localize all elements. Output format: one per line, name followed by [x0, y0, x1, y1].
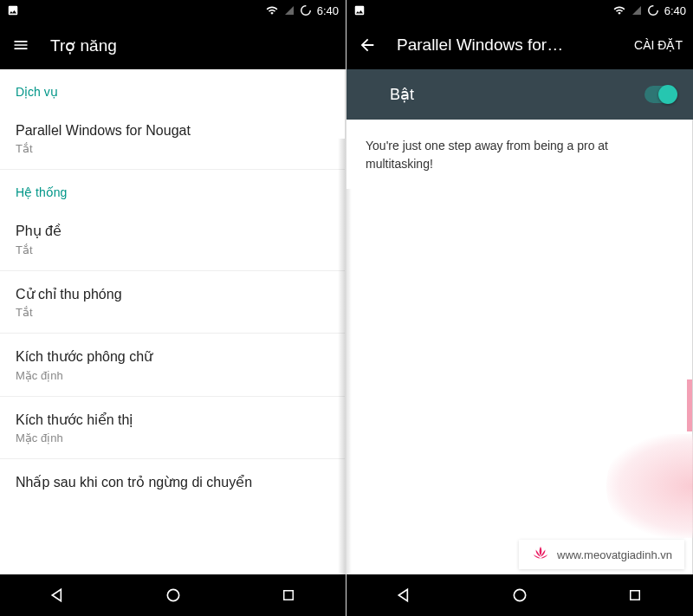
wifi-icon — [612, 4, 626, 16]
nav-back-button[interactable] — [379, 574, 431, 616]
toggle-switch[interactable] — [644, 86, 676, 103]
switch-thumb — [658, 85, 677, 104]
item-title: Phụ đề — [16, 222, 329, 241]
service-description: You're just one step away from being a p… — [346, 120, 692, 191]
nav-bar — [346, 574, 693, 616]
item-display-size[interactable]: Kích thước hiển thị Mặc định — [0, 397, 345, 459]
item-sub: Mặc định — [16, 431, 329, 444]
item-sub: Tắt — [16, 142, 329, 155]
lotus-icon — [531, 545, 550, 564]
item-sub: Tắt — [16, 243, 329, 256]
spinner-icon — [300, 4, 312, 16]
back-button[interactable] — [357, 35, 378, 55]
item-sub: Tắt — [16, 306, 329, 319]
svg-rect-2 — [283, 591, 293, 600]
section-header-services: Dịch vụ — [0, 69, 345, 107]
svg-rect-5 — [631, 591, 640, 600]
settings-action[interactable]: CÀI ĐẶT — [634, 38, 683, 52]
status-bar: 6:40 — [0, 0, 346, 21]
item-parallel-windows[interactable]: Parallel Windows for Nougat Tắt — [0, 107, 345, 170]
app-bar: Trợ năng — [0, 21, 346, 69]
clock-text: 6:40 — [317, 4, 339, 17]
decorative-accent — [687, 379, 692, 431]
menu-button[interactable] — [10, 35, 31, 55]
image-icon — [353, 4, 366, 16]
item-title: Cử chỉ thu phóng — [16, 285, 329, 304]
master-switch-panel[interactable]: Bật — [346, 69, 693, 120]
item-title: Kích thước hiển thị — [16, 411, 329, 430]
nav-home-button[interactable] — [494, 574, 546, 616]
left-screenshot: 6:40 Trợ năng Dịch vụ Parallel Windows f… — [0, 0, 346, 616]
right-screenshot: 6:40 Parallel Windows for… CÀI ĐẶT Bật Y… — [346, 0, 693, 616]
svg-point-3 — [648, 6, 657, 16]
spinner-icon — [647, 4, 659, 16]
sim-icon — [284, 4, 295, 16]
item-title: Kích thước phông chữ — [16, 347, 329, 366]
item-title: Parallel Windows for Nougat — [16, 121, 329, 140]
edge-shadow — [346, 189, 352, 574]
section-header-system: Hệ thống — [0, 170, 345, 208]
svg-point-0 — [301, 6, 310, 16]
page-title: Trợ năng — [50, 36, 335, 55]
service-content: You're just one step away from being a p… — [346, 120, 693, 574]
watermark-text: www.meovatgiadinh.vn — [557, 548, 672, 561]
nav-bar — [0, 574, 346, 616]
status-bar: 6:40 — [346, 0, 693, 21]
wifi-icon — [265, 4, 279, 16]
item-title: Nhấp sau khi con trỏ ngừng di chuyển — [16, 473, 329, 492]
item-font-size[interactable]: Kích thước phông chữ Mặc định — [0, 334, 345, 396]
svg-point-4 — [514, 589, 525, 600]
item-sub: Mặc định — [16, 369, 329, 382]
image-icon — [7, 4, 19, 16]
nav-home-button[interactable] — [147, 574, 199, 616]
nav-back-button[interactable] — [32, 574, 84, 616]
app-bar: Parallel Windows for… CÀI ĐẶT — [346, 21, 693, 69]
master-switch-label: Bật — [364, 85, 644, 104]
settings-list[interactable]: Dịch vụ Parallel Windows for Nougat Tắt … — [0, 69, 346, 574]
page-title: Parallel Windows for… — [397, 36, 627, 55]
item-click-after-stop[interactable]: Nhấp sau khi con trỏ ngừng di chuyển — [0, 459, 345, 506]
clock-text: 6:40 — [664, 4, 686, 17]
nav-recent-button[interactable] — [609, 574, 661, 616]
sim-icon — [631, 4, 642, 16]
item-captions[interactable]: Phụ đề Tắt — [0, 208, 345, 270]
nav-recent-button[interactable] — [262, 574, 314, 616]
watermark: www.meovatgiadinh.vn — [519, 540, 684, 569]
svg-point-1 — [167, 589, 178, 600]
item-zoom-gesture[interactable]: Cử chỉ thu phóng Tắt — [0, 271, 345, 334]
